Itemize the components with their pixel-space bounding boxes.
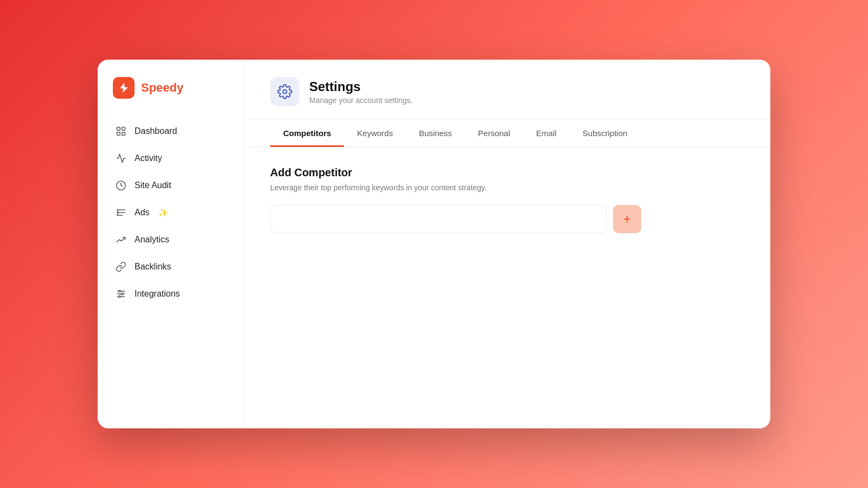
settings-icon-wrap	[270, 77, 299, 106]
competitor-input-row: +	[270, 205, 744, 233]
tab-email[interactable]: Email	[523, 120, 570, 147]
dashboard-icon	[115, 125, 127, 137]
svg-rect-0	[117, 127, 120, 131]
content-area: Add Competitor Leverage their top perfor…	[244, 147, 770, 428]
svg-rect-1	[122, 127, 125, 131]
section-title: Add Competitor	[270, 166, 744, 179]
svg-point-8	[119, 290, 120, 292]
app-name: Speedy	[141, 81, 183, 95]
activity-label: Activity	[135, 153, 162, 163]
sidebar-item-backlinks[interactable]: Backlinks	[108, 254, 233, 280]
sidebar-item-integrations[interactable]: Integrations	[108, 281, 233, 307]
sidebar-nav: Dashboard Activity Si	[108, 118, 233, 308]
svg-rect-2	[117, 132, 120, 136]
tab-business[interactable]: Business	[406, 120, 465, 147]
dashboard-label: Dashboard	[135, 126, 177, 136]
header-text: Settings Manage your account settings.	[309, 79, 413, 105]
sidebar-item-activity[interactable]: Activity	[108, 145, 233, 171]
section-desc: Leverage their top performing keywords i…	[270, 183, 744, 192]
sidebar-item-dashboard[interactable]: Dashboard	[108, 118, 233, 144]
tab-competitors[interactable]: Competitors	[270, 120, 344, 147]
sidebar-item-site-audit[interactable]: Site Audit	[108, 172, 233, 198]
main-content: Settings Manage your account settings. C…	[244, 60, 770, 428]
tab-personal[interactable]: Personal	[465, 120, 523, 147]
sidebar-item-analytics[interactable]: Analytics	[108, 227, 233, 253]
activity-icon	[115, 152, 127, 164]
analytics-label: Analytics	[135, 235, 169, 245]
app-window: Speedy Dashboard	[98, 60, 770, 428]
ads-label: Ads	[135, 208, 150, 217]
logo-icon	[113, 77, 135, 99]
analytics-icon	[115, 234, 127, 246]
sidebar: Speedy Dashboard	[98, 60, 244, 428]
add-competitor-button[interactable]: +	[613, 205, 641, 233]
logo-area: Speedy	[108, 77, 233, 99]
ads-icon	[115, 207, 127, 219]
tabs-bar: Competitors Keywords Business Personal E…	[244, 120, 770, 147]
ads-badge: ✨	[158, 208, 168, 217]
sidebar-item-ads[interactable]: Ads ✨	[108, 200, 233, 226]
svg-point-9	[122, 293, 123, 294]
page-title: Settings	[309, 79, 413, 94]
svg-rect-3	[122, 132, 125, 136]
svg-point-10	[119, 296, 120, 297]
tab-subscription[interactable]: Subscription	[570, 120, 641, 147]
site-audit-icon	[115, 179, 127, 191]
svg-point-11	[283, 90, 287, 94]
integrations-label: Integrations	[135, 289, 180, 299]
competitor-input[interactable]	[270, 205, 607, 233]
backlinks-icon	[115, 261, 127, 273]
page-subtitle: Manage your account settings.	[309, 96, 413, 105]
backlinks-label: Backlinks	[135, 262, 171, 272]
integrations-icon	[115, 288, 127, 300]
site-audit-label: Site Audit	[135, 181, 171, 190]
page-header: Settings Manage your account settings.	[244, 60, 770, 120]
tab-keywords[interactable]: Keywords	[344, 120, 406, 147]
